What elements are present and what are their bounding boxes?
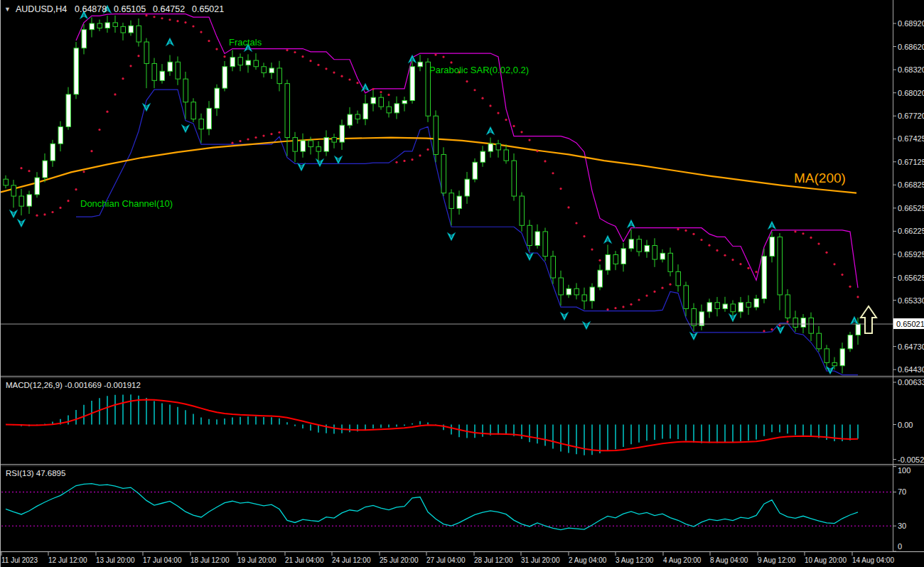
main-chart-pane[interactable]	[0, 0, 893, 376]
macd-pane[interactable]	[0, 378, 893, 464]
price-axis-scale[interactable]	[893, 0, 924, 552]
time-axis-scale[interactable]	[0, 553, 924, 567]
rsi-pane[interactable]	[0, 466, 893, 551]
trading-chart-window: 0.0063320.00-0.00522100703000.689200.686…	[0, 0, 924, 567]
